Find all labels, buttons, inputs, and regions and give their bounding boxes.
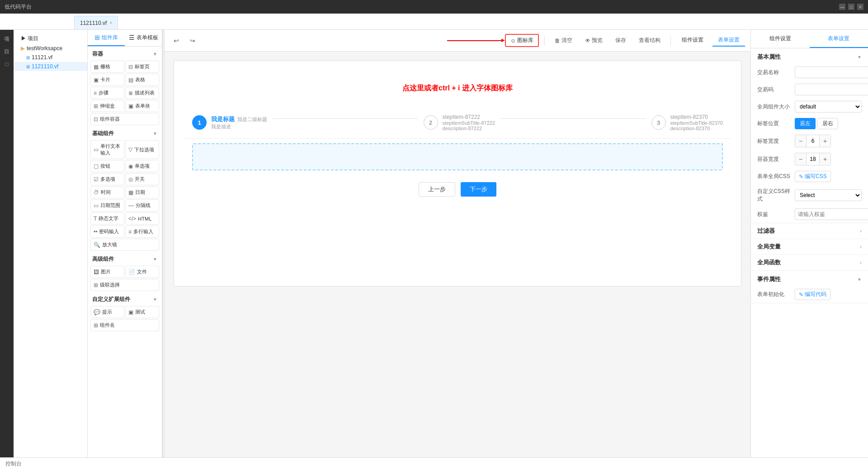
form-init-label: 表单初始化 xyxy=(757,291,791,298)
comp-time[interactable]: ⏱ 时间 xyxy=(90,186,124,198)
comp-divider[interactable]: — 分隔线 xyxy=(125,199,159,212)
close-button[interactable]: × xyxy=(857,4,863,10)
basic-props-title: 基本属性 xyxy=(757,53,781,61)
comp-form-block[interactable]: ▣ 表单块 xyxy=(125,100,159,112)
comp-component-container[interactable]: ⊡ 组件容器 xyxy=(90,113,159,125)
comp-cascader[interactable]: ⊞ 级联选择 xyxy=(90,279,159,291)
comp-file[interactable]: 📄 文件 xyxy=(125,266,159,278)
password-icon: •• xyxy=(94,229,97,235)
comp-dropdown[interactable]: ▽ 下拉选项 xyxy=(125,140,159,159)
file-tab[interactable]: 1121110.vf × xyxy=(74,16,118,29)
tab-component-library[interactable]: ⊞ 组件库 xyxy=(88,30,125,46)
auth-label: 权鉴 xyxy=(757,211,791,218)
section-basic-header[interactable]: 基础组件 ▼ xyxy=(88,126,162,139)
basic-props-header[interactable]: 基本属性 ▼ xyxy=(751,48,868,64)
comp-grid[interactable]: ▦ 栅格 xyxy=(90,61,124,73)
nav-item-item[interactable]: 目 xyxy=(1,46,12,57)
label-width-value[interactable] xyxy=(806,135,820,147)
step2-item-label: stepItem-87222 xyxy=(443,114,495,120)
comp-custom-name[interactable]: ⊞ 组件名 xyxy=(90,319,159,331)
comp-test[interactable]: ▣ 测试 xyxy=(125,306,159,318)
minimize-button[interactable]: — xyxy=(839,4,845,10)
tab-bar: 1121110.vf × xyxy=(0,14,868,30)
container-width-value[interactable] xyxy=(806,153,820,165)
comp-password[interactable]: •• 密码输入 xyxy=(90,226,124,238)
comp-html[interactable]: </> HTML xyxy=(125,212,159,225)
comp-image[interactable]: 🖼 图片 xyxy=(90,266,124,278)
comp-table[interactable]: ▤ 表格 xyxy=(125,74,159,86)
section-advanced-header[interactable]: 高级组件 ▼ xyxy=(88,252,162,265)
comp-tabs[interactable]: ⊟ 标签页 xyxy=(125,61,159,73)
global-func-section-row[interactable]: 全局函数 › xyxy=(751,255,868,270)
auth-input[interactable] xyxy=(795,208,868,220)
comp-button[interactable]: ▢ 按钮 xyxy=(90,160,124,172)
switch-label: 开关 xyxy=(135,176,145,183)
comp-textarea[interactable]: ≡ 多行输入 xyxy=(125,226,159,238)
global-func-arrow-icon: › xyxy=(860,259,862,266)
comp-magnifier[interactable]: 🔍 放大镜 xyxy=(90,239,159,251)
clear-icon: 🗑 xyxy=(555,38,560,44)
prev-step-button[interactable]: 上一步 xyxy=(419,182,455,197)
prop-component-settings-tab[interactable]: 组件设置 xyxy=(751,30,810,48)
title-bar-controls[interactable]: — □ × xyxy=(839,4,863,10)
canvas-drop-zone[interactable] xyxy=(192,143,723,170)
cascader-icon: ⊞ xyxy=(94,282,98,288)
comp-static-text[interactable]: T 静态文字 xyxy=(90,212,124,225)
comp-switch[interactable]: ◎ 开关 xyxy=(125,173,159,185)
title-bar-left: 低代码平台 xyxy=(5,3,32,11)
red-arrow-annotation xyxy=(447,40,501,41)
file-tree-root[interactable]: ▶ 项目 xyxy=(14,33,87,44)
write-code-button[interactable]: ✎ 编写代码 xyxy=(795,289,830,300)
label-width-decrease[interactable]: − xyxy=(795,135,806,147)
global-var-section-row[interactable]: 全局变量 › xyxy=(751,239,868,254)
comp-desc-list[interactable]: ≣ 描述列表 xyxy=(125,87,159,99)
event-props-header[interactable]: 事件属性 ▼ xyxy=(751,271,868,286)
icon-library-button[interactable]: ☺ 图标库 xyxy=(505,34,539,47)
save-button[interactable]: 保存 xyxy=(611,35,631,46)
container-width-increase[interactable]: + xyxy=(820,153,830,165)
comp-steps[interactable]: ≡ 步骤 xyxy=(90,87,124,99)
file-tree-file1[interactable]: ⊞ 11121.vf xyxy=(14,53,87,62)
component-settings-tab[interactable]: 组件设置 xyxy=(676,34,709,47)
step1-desc: 我是描述 xyxy=(211,123,267,130)
section-container-header[interactable]: 容器 ▼ xyxy=(88,47,162,60)
comp-card[interactable]: ▣ 卡片 xyxy=(90,74,124,86)
comp-date-range[interactable]: ▭ 日期范围 xyxy=(90,199,124,212)
nav-item-project[interactable]: 项 xyxy=(1,33,12,44)
undo-button[interactable]: ↩ xyxy=(170,34,183,47)
tab-close-icon[interactable]: × xyxy=(109,20,112,25)
comp-date[interactable]: ▦ 日期 xyxy=(125,186,159,198)
step-circle-3: 3 xyxy=(651,115,666,130)
tab-form-template[interactable]: ☰ 表单模板 xyxy=(125,30,162,46)
custom-css-select[interactable]: Select xyxy=(795,189,862,201)
form-settings-tab[interactable]: 表单设置 xyxy=(712,34,745,47)
comp-text-input[interactable]: ▭ 单行文本输入 xyxy=(90,140,124,159)
preview-button[interactable]: 👁 预览 xyxy=(580,35,607,46)
container-width-decrease[interactable]: − xyxy=(795,153,806,165)
label-right-button[interactable]: 居右 xyxy=(817,118,838,129)
comp-hint[interactable]: 💬 提示 xyxy=(90,306,124,318)
write-css-button[interactable]: ✎ 编写CSS xyxy=(795,171,831,182)
file-tree-file2[interactable]: ⊞ 1121110.vf xyxy=(14,62,87,71)
label-width-increase[interactable]: + xyxy=(820,135,830,147)
maximize-button[interactable]: □ xyxy=(848,4,854,10)
label-left-button[interactable]: 居左 xyxy=(795,118,816,129)
transaction-name-input[interactable] xyxy=(795,66,868,78)
section-custom-header[interactable]: 自定义扩展组件 ▼ xyxy=(88,292,162,305)
filter-section-row[interactable]: 过滤器 › xyxy=(751,223,868,239)
clear-button[interactable]: 🗑 清空 xyxy=(550,35,577,46)
form-canvas[interactable]: 点这里或者ctrl + i 进入字体图标库 1 我是标题 我是二级 xyxy=(174,61,741,287)
transaction-code-input[interactable] xyxy=(795,84,868,95)
nav-item-box[interactable]: □ xyxy=(1,59,12,70)
comp-radio[interactable]: ◉ 单选项 xyxy=(125,160,159,172)
view-structure-button[interactable]: 查看结构 xyxy=(634,35,665,46)
global-func-label: 全局函数 xyxy=(757,258,781,267)
next-step-button[interactable]: 下一步 xyxy=(461,182,496,197)
file-tree-workspace[interactable]: ▶ testWorksapce xyxy=(14,44,87,53)
comp-flex-box[interactable]: ⊞ 伸缩盒 xyxy=(90,100,124,112)
prop-form-settings-tab[interactable]: 表单设置 xyxy=(810,30,868,48)
redo-button[interactable]: ↪ xyxy=(186,34,199,47)
event-props-title: 事件属性 xyxy=(757,275,781,283)
global-size-select[interactable]: default small large xyxy=(795,101,862,113)
comp-checkbox[interactable]: ☑ 多选项 xyxy=(90,173,124,185)
